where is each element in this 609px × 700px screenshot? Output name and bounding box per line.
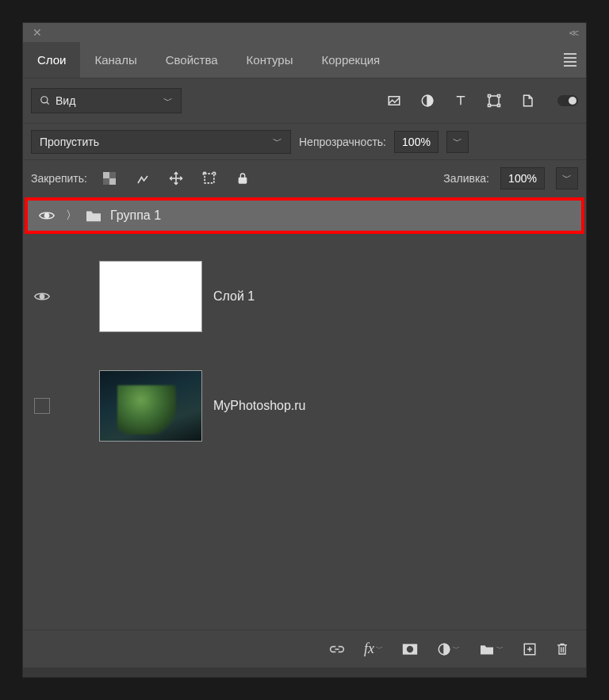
- svg-point-24: [40, 295, 44, 299]
- close-icon[interactable]: ✕: [33, 26, 42, 39]
- opacity-value[interactable]: 100%: [394, 131, 439, 153]
- filter-toolbar: Вид ﹀: [23, 78, 586, 123]
- svg-rect-12: [109, 178, 116, 185]
- opacity-label: Непрозрачность:: [299, 136, 386, 148]
- svg-line-1: [47, 102, 49, 105]
- lock-label: Закрепить:: [31, 172, 87, 185]
- new-layer-icon[interactable]: [523, 642, 537, 656]
- svg-rect-9: [488, 105, 491, 107]
- svg-point-23: [45, 214, 49, 218]
- layer-row[interactable]: MyPhotoshop.ru: [23, 359, 586, 453]
- filter-pixel-icon[interactable]: [383, 90, 405, 112]
- tab-channels[interactable]: Каналы: [80, 42, 151, 78]
- svg-rect-7: [488, 95, 491, 98]
- visibility-icon[interactable]: [39, 210, 55, 221]
- visibility-icon[interactable]: [34, 291, 50, 302]
- layer-row[interactable]: Слой 1: [23, 250, 586, 343]
- svg-point-26: [407, 645, 413, 652]
- fill-value[interactable]: 100%: [500, 167, 545, 189]
- panel-menu-icon[interactable]: [564, 42, 576, 78]
- blend-toolbar: Пропустить ﹀ Непрозрачность: 100% ﹀: [23, 123, 586, 159]
- panel-titlebar: ✕ <<: [23, 23, 586, 42]
- expand-icon[interactable]: 〉: [66, 208, 77, 223]
- filter-type-icon[interactable]: [450, 90, 472, 112]
- svg-rect-2: [389, 97, 400, 105]
- layer-style-icon[interactable]: fx﹀: [364, 641, 383, 657]
- tab-layers[interactable]: Слои: [23, 42, 80, 78]
- svg-point-0: [41, 97, 48, 103]
- kind-dropdown[interactable]: Вид ﹀: [31, 88, 182, 113]
- layers-list: 〉 Группа 1 Слой 1 MyPhotoshop.ru: [23, 196, 586, 629]
- new-group-icon[interactable]: ﹀: [479, 643, 504, 656]
- layer-name[interactable]: Слой 1: [213, 289, 255, 304]
- visibility-toggle-empty[interactable]: [34, 398, 50, 414]
- layer-mask-icon[interactable]: [402, 643, 418, 656]
- lock-image-icon[interactable]: [132, 167, 154, 189]
- svg-rect-13: [109, 172, 116, 178]
- layer-name[interactable]: MyPhotoshop.ru: [213, 399, 306, 413]
- svg-rect-8: [498, 95, 500, 98]
- search-icon: [40, 95, 51, 106]
- tab-paths[interactable]: Контуры: [232, 42, 308, 78]
- adjustment-layer-icon[interactable]: ﹀: [437, 642, 460, 656]
- filter-smartobject-icon[interactable]: [516, 90, 538, 112]
- tab-properties[interactable]: Свойства: [151, 42, 232, 78]
- group-name[interactable]: Группа 1: [110, 208, 161, 223]
- lock-transparency-icon[interactable]: [98, 167, 121, 189]
- fill-label: Заливка:: [443, 172, 489, 185]
- folder-icon: [85, 208, 102, 223]
- blend-mode-dropdown[interactable]: Пропустить ﹀: [31, 130, 291, 154]
- kind-label: Вид: [56, 94, 75, 107]
- blend-label: Пропустить: [40, 136, 99, 148]
- filter-toggle[interactable]: [557, 95, 578, 106]
- chevron-down-icon: ﹀: [273, 135, 282, 148]
- filter-adjustment-icon[interactable]: [416, 90, 439, 112]
- layer-group-row[interactable]: 〉 Группа 1: [25, 197, 584, 234]
- fill-stepper[interactable]: ﹀: [556, 167, 578, 189]
- svg-rect-14: [103, 178, 109, 185]
- layers-footer: fx﹀ ﹀ ﹀: [23, 629, 586, 667]
- filter-shape-icon[interactable]: [483, 90, 505, 112]
- lock-all-icon[interactable]: [232, 167, 254, 189]
- delete-layer-icon[interactable]: [556, 642, 569, 656]
- svg-rect-11: [103, 172, 109, 178]
- chevron-down-icon: ﹀: [163, 94, 173, 108]
- panel-tabs: Слои Каналы Свойства Контуры Коррекция: [23, 42, 586, 78]
- layers-panel: ✕ << Слои Каналы Свойства Контуры Коррек…: [22, 22, 587, 678]
- opacity-stepper[interactable]: ﹀: [446, 131, 469, 153]
- collapse-icon[interactable]: <<: [569, 27, 576, 39]
- lock-artboard-icon[interactable]: [198, 167, 220, 189]
- svg-rect-10: [498, 105, 500, 107]
- lock-position-icon[interactable]: [165, 167, 187, 189]
- svg-rect-22: [239, 178, 246, 183]
- lock-toolbar: Закрепить: Заливка: 100% ﹀: [23, 159, 586, 196]
- layer-thumbnail[interactable]: [99, 261, 202, 332]
- svg-rect-17: [205, 174, 214, 183]
- tab-adjustments[interactable]: Коррекция: [307, 42, 394, 78]
- bottom-scrollbar[interactable]: [23, 667, 586, 677]
- link-layers-icon[interactable]: [329, 644, 345, 655]
- layer-thumbnail[interactable]: [99, 370, 202, 442]
